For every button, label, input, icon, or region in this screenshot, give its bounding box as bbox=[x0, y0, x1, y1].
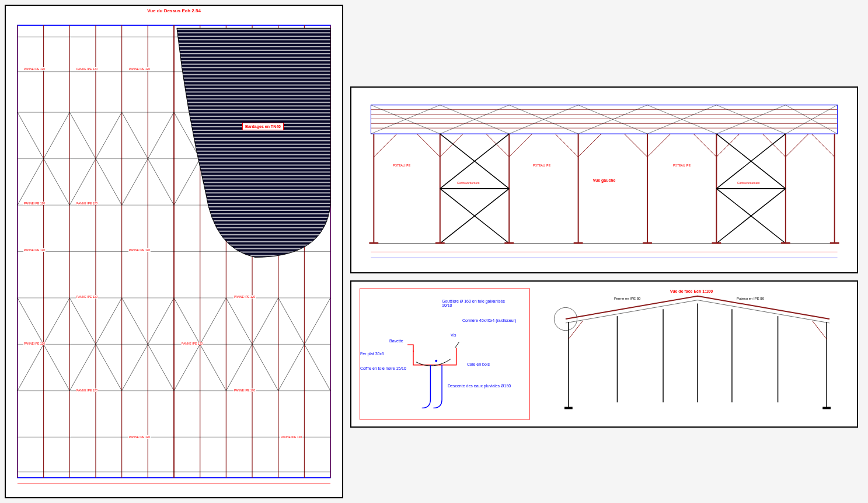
svg-rect-128 bbox=[822, 407, 831, 409]
column-tag: POTEAU IPE bbox=[392, 164, 411, 167]
descente-label: Descente des eaux pluviales Ø150 bbox=[448, 384, 512, 388]
svg-line-84 bbox=[417, 134, 440, 157]
brace-tag: Contreventement bbox=[737, 181, 760, 185]
brace-tag: Contreventement bbox=[456, 181, 480, 185]
purlin-tag: PANNE IPE 120 bbox=[23, 67, 46, 71]
purlin-tag: PANNE IPE 120 bbox=[181, 342, 203, 345]
column-tag: POTEAU IPE bbox=[532, 164, 551, 167]
svg-line-90 bbox=[625, 134, 647, 157]
purlin-tag: PANNE IPE 120 bbox=[76, 67, 98, 71]
detail-sheet: Gouttière Ø 160 en tole galvanisée 10/10… bbox=[350, 280, 858, 428]
purlin-tag: PANNE IPE 120 bbox=[128, 248, 151, 252]
purlin-tag: PANNE IPE 120 bbox=[128, 67, 151, 71]
purlin-tag: PANNE IPE 120 bbox=[23, 202, 46, 205]
svg-rect-111 bbox=[643, 242, 652, 244]
svg-line-94 bbox=[762, 134, 785, 157]
svg-rect-109 bbox=[504, 242, 514, 244]
front-view-drawing bbox=[544, 287, 851, 421]
cale-label: Cale en bois bbox=[467, 362, 490, 366]
purlin-tag: PANNE IPE 120 bbox=[23, 342, 46, 345]
svg-line-126 bbox=[813, 321, 827, 339]
gutter-detail: Gouttière Ø 160 en tole galvanisée 10/10… bbox=[357, 287, 532, 421]
svg-line-86 bbox=[486, 134, 509, 157]
svg-line-89 bbox=[578, 134, 601, 157]
purlin-tag: PANNE IPE 120 bbox=[280, 435, 302, 439]
svg-rect-113 bbox=[781, 242, 790, 244]
svg-line-92 bbox=[693, 134, 716, 157]
svg-line-96 bbox=[811, 134, 834, 157]
roof-plan-sheet: Vue du Dessus Ech 2.54 bbox=[5, 5, 343, 498]
svg-line-83 bbox=[374, 134, 396, 157]
svg-line-88 bbox=[555, 134, 578, 157]
svg-point-117 bbox=[554, 307, 577, 330]
svg-line-87 bbox=[509, 134, 532, 157]
coffre-label: Coffre en tole noire 15/10 bbox=[360, 366, 407, 370]
purlin-tag: PANNE IPE 120 bbox=[233, 388, 256, 392]
purlin-tag: PANNE IPE 120 bbox=[76, 388, 98, 392]
svg-line-91 bbox=[647, 134, 670, 157]
column-tag: POTEAU IPE bbox=[672, 164, 691, 167]
svg-rect-115 bbox=[360, 289, 530, 419]
elevation-sheet: Vue gauche POTEAU IPE POTEAU IPE POTEAU … bbox=[350, 86, 858, 273]
svg-rect-107 bbox=[369, 242, 378, 244]
front-title: Vue de face Ech 1:100 bbox=[670, 289, 713, 293]
svg-rect-55 bbox=[371, 105, 837, 134]
svg-rect-114 bbox=[830, 242, 839, 244]
svg-rect-110 bbox=[574, 242, 583, 244]
ferme-label: Ferme en IPE 80 bbox=[614, 297, 640, 300]
svg-line-85 bbox=[440, 134, 463, 157]
svg-rect-108 bbox=[435, 242, 445, 244]
svg-line-125 bbox=[569, 321, 583, 339]
purlin-tag: PANNE IPE 120 bbox=[76, 295, 98, 299]
svg-line-93 bbox=[716, 134, 739, 157]
bavette-label: Bavette bbox=[389, 339, 403, 343]
svg-point-116 bbox=[435, 360, 437, 362]
corniere-label: Cornière 40x40x4 (raidisseur) bbox=[462, 318, 521, 322]
fer-plat-label: Fer plat 30x5 bbox=[360, 352, 384, 356]
purlin-tag: PANNE IPE 120 bbox=[233, 295, 256, 299]
vis-label: Vis bbox=[451, 333, 456, 337]
purlin-tag: PANNE IPE 120 bbox=[23, 248, 46, 252]
gouttiere-label: Gouttière Ø 160 en tole galvanisée 10/10 bbox=[442, 299, 506, 307]
elevation-title: Vue gauche bbox=[592, 178, 615, 182]
svg-line-95 bbox=[786, 134, 808, 157]
front-view: Vue de face Ech 1:100 Ferme en IPE 80 Po… bbox=[544, 287, 851, 421]
poteau-label: Poteau en IPE 80 bbox=[737, 297, 764, 300]
svg-rect-127 bbox=[564, 407, 573, 409]
svg-rect-112 bbox=[712, 242, 721, 244]
purlin-tag: PANNE IPE 120 bbox=[76, 202, 98, 205]
purlin-tag: PANNE IPE 120 bbox=[128, 435, 151, 439]
